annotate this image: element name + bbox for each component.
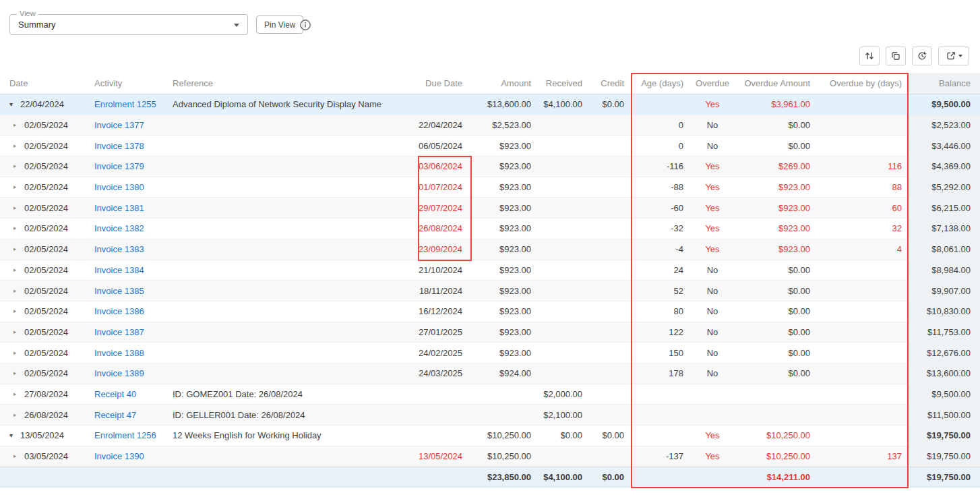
cell-amount: $10,250.00 (469, 426, 538, 446)
expand-row-icon[interactable]: ▸ (13, 329, 24, 335)
activity-link[interactable]: Invoice 1377 (94, 120, 144, 130)
detail-row[interactable]: ▸03/05/2024Invoice 139013/05/2024$10,250… (0, 446, 980, 467)
activity-link[interactable]: Invoice 1388 (94, 348, 144, 358)
activity-link[interactable]: Receipt 40 (94, 389, 136, 399)
expand-row-icon[interactable]: ▸ (13, 288, 24, 294)
total-reference (159, 467, 404, 487)
group-row[interactable]: ▾22/04/2024Enrolment 1255Advanced Diplom… (0, 94, 980, 115)
expand-row-icon[interactable]: ▸ (13, 308, 24, 314)
activity-link[interactable]: Invoice 1390 (94, 451, 144, 461)
cell-credit (589, 219, 631, 239)
cell-reference (159, 136, 404, 156)
cell-received: $0.00 (538, 426, 589, 446)
expand-row-icon[interactable]: ▸ (13, 453, 24, 459)
column-header-overdue_amount[interactable]: Overdue Amount (735, 73, 817, 94)
column-header-received[interactable]: Received (538, 73, 589, 94)
activity-link[interactable]: Invoice 1382 (94, 223, 144, 233)
column-header-balance[interactable]: Balance (909, 73, 980, 94)
expand-row-icon[interactable]: ▸ (13, 143, 24, 149)
activity-link[interactable]: Invoice 1389 (94, 368, 144, 378)
expand-row-icon[interactable]: ▸ (13, 184, 24, 190)
detail-row[interactable]: ▸02/05/2024Invoice 138421/10/2024$923.00… (0, 260, 980, 281)
detail-row[interactable]: ▸02/05/2024Invoice 137903/06/2024$923.00… (0, 156, 980, 177)
detail-row[interactable]: ▸26/08/2024Receipt 47ID: GELLER001 Date:… (0, 405, 980, 426)
date-text: 02/05/2024 (24, 161, 68, 171)
column-header-age[interactable]: Age (days) (631, 73, 690, 94)
expand-row-icon[interactable]: ▸ (13, 391, 24, 397)
copy-icon[interactable] (886, 47, 906, 65)
column-header-due_date[interactable]: Due Date (404, 73, 469, 94)
cell-overdue: Yes (690, 94, 735, 115)
cell-overdue_amount: $10,250.00 (735, 426, 817, 446)
column-header-date[interactable]: Date (0, 73, 82, 94)
detail-row[interactable]: ▸02/05/2024Invoice 138518/11/2024$923.00… (0, 281, 980, 301)
detail-row[interactable]: ▸02/05/2024Invoice 138924/03/2025$924.00… (0, 363, 980, 384)
cell-balance: $8,984.00 (909, 260, 980, 281)
cell-overdue_amount: $923.00 (735, 219, 817, 239)
cell-activity: Invoice 1384 (82, 260, 159, 281)
cell-amount (469, 405, 538, 425)
pin-view-button[interactable]: Pin View (256, 16, 303, 34)
detail-row[interactable]: ▸02/05/2024Invoice 138727/01/2025$923.00… (0, 322, 980, 343)
cell-due_date (404, 405, 469, 425)
column-header-credit[interactable]: Credit (589, 73, 631, 94)
detail-row[interactable]: ▸02/05/2024Invoice 137722/04/2024$2,523.… (0, 115, 980, 136)
activity-link[interactable]: Enrolment 1255 (94, 99, 156, 109)
info-icon[interactable] (299, 19, 311, 31)
detail-row[interactable]: ▸02/05/2024Invoice 138001/07/2024$923.00… (0, 177, 980, 198)
collapse-row-icon[interactable]: ▾ (9, 432, 20, 439)
column-header-overdue_by[interactable]: Overdue by (days) (817, 73, 909, 94)
expand-row-icon[interactable]: ▸ (13, 205, 24, 211)
expand-row-icon[interactable]: ▸ (13, 246, 24, 252)
detail-row[interactable]: ▸27/08/2024Receipt 40ID: GOMEZ001 Date: … (0, 384, 980, 405)
activity-link[interactable]: Invoice 1380 (94, 182, 144, 192)
detail-row[interactable]: ▸02/05/2024Invoice 138226/08/2024$923.00… (0, 219, 980, 239)
history-icon[interactable] (912, 47, 932, 65)
cell-overdue_amount: $0.00 (735, 115, 817, 136)
cell-credit (589, 301, 631, 322)
cell-due_date: 18/11/2024 (404, 281, 469, 301)
activity-link[interactable]: Invoice 1379 (94, 161, 144, 171)
cell-amount: $923.00 (469, 322, 538, 343)
collapse-row-icon[interactable]: ▾ (9, 101, 20, 108)
activity-link[interactable]: Invoice 1384 (94, 265, 144, 275)
expand-row-icon[interactable]: ▸ (13, 350, 24, 356)
activity-link[interactable]: Invoice 1378 (94, 141, 144, 151)
expand-row-icon[interactable]: ▸ (13, 163, 24, 169)
swap-vertical-icon[interactable] (859, 47, 880, 65)
column-header-reference[interactable]: Reference (159, 73, 404, 94)
column-header-overdue[interactable]: Overdue (690, 73, 735, 94)
expand-row-icon[interactable]: ▸ (13, 370, 24, 376)
activity-link[interactable]: Invoice 1386 (94, 306, 144, 316)
expand-row-icon[interactable]: ▸ (13, 225, 24, 231)
cell-overdue_by (817, 136, 909, 156)
expand-row-icon[interactable]: ▸ (13, 122, 24, 128)
cell-overdue_by (817, 281, 909, 301)
detail-row[interactable]: ▸02/05/2024Invoice 138129/07/2024$923.00… (0, 198, 980, 219)
cell-overdue_by (817, 94, 909, 115)
activity-link[interactable]: Invoice 1381 (94, 203, 144, 213)
export-button[interactable] (938, 47, 969, 65)
detail-row[interactable]: ▸02/05/2024Invoice 138616/12/2024$923.00… (0, 301, 980, 322)
cell-received (538, 219, 589, 239)
detail-row[interactable]: ▸02/05/2024Invoice 138323/09/2024$923.00… (0, 239, 980, 260)
group-row[interactable]: ▾13/05/2024Enrolment 125612 Weeks Englis… (0, 426, 980, 446)
activity-link[interactable]: Invoice 1383 (94, 244, 144, 254)
activity-link[interactable]: Enrolment 1256 (94, 430, 156, 440)
expand-row-icon[interactable]: ▸ (13, 267, 24, 273)
cell-age: -32 (631, 219, 690, 239)
cell-credit (589, 177, 631, 198)
cell-reference: Advanced Diploma of Network Security Dis… (159, 94, 404, 115)
total-activity (82, 467, 159, 487)
expand-row-icon[interactable]: ▸ (13, 412, 24, 418)
activity-link[interactable]: Invoice 1385 (94, 286, 144, 296)
cell-overdue: No (690, 115, 735, 136)
detail-row[interactable]: ▸02/05/2024Invoice 137806/05/2024$923.00… (0, 136, 980, 156)
view-select[interactable]: View Summary (9, 14, 248, 35)
column-header-amount[interactable]: Amount (469, 73, 538, 94)
activity-link[interactable]: Invoice 1387 (94, 327, 144, 337)
activity-link[interactable]: Receipt 47 (94, 410, 136, 420)
column-header-activity[interactable]: Activity (82, 73, 159, 94)
cell-amount: $923.00 (469, 156, 538, 177)
detail-row[interactable]: ▸02/05/2024Invoice 138824/02/2025$923.00… (0, 343, 980, 363)
